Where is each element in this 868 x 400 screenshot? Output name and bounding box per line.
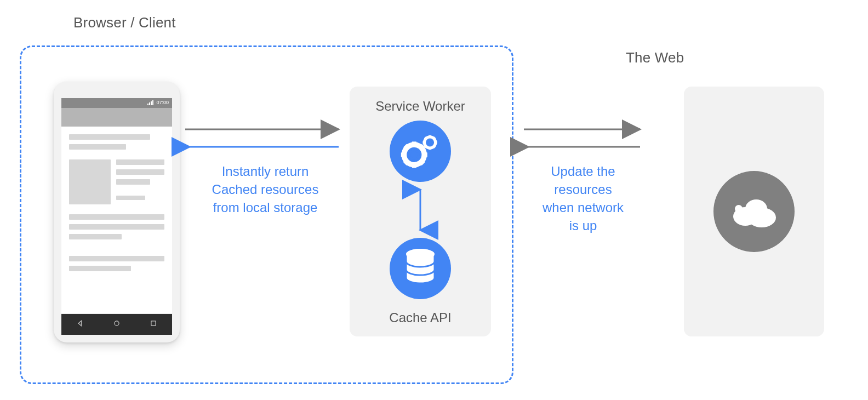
annotation-cached-line3: from local storage bbox=[205, 198, 326, 216]
service-worker-card: Service Worker bbox=[350, 87, 491, 336]
title-browser-client: Browser / Client bbox=[73, 14, 176, 31]
annotation-update-line4: is up bbox=[539, 216, 627, 235]
web-card bbox=[684, 87, 824, 336]
svg-line-23 bbox=[433, 138, 435, 139]
svg-point-27 bbox=[406, 249, 435, 260]
svg-line-12 bbox=[405, 161, 408, 164]
nav-recent-icon bbox=[150, 319, 157, 329]
title-the-web: The Web bbox=[626, 49, 684, 66]
annotation-update-network: Update the resources when network is up bbox=[539, 162, 627, 235]
svg-line-22 bbox=[425, 146, 426, 148]
service-worker-label: Service Worker bbox=[350, 87, 491, 114]
annotation-cached-resources: Instantly return Cached resources from l… bbox=[205, 162, 326, 216]
annotation-update-line1: Update the bbox=[539, 162, 627, 180]
diagram-stage: Browser / Client The Web 07:00 bbox=[0, 0, 868, 400]
cache-api-label: Cache API bbox=[350, 310, 491, 325]
phone-nav-bar bbox=[61, 314, 172, 335]
phone-status-bar: 07:00 bbox=[61, 98, 172, 108]
nav-home-icon bbox=[113, 319, 121, 329]
phone-mockup: 07:00 bbox=[54, 82, 180, 342]
arrow-sw-to-web bbox=[524, 119, 644, 158]
svg-rect-1 bbox=[151, 321, 156, 325]
gears-icon bbox=[390, 121, 451, 182]
phone-content-skeleton bbox=[61, 127, 172, 279]
svg-point-32 bbox=[745, 199, 767, 218]
svg-point-24 bbox=[428, 140, 432, 144]
svg-point-0 bbox=[115, 321, 119, 325]
annotation-cached-line2: Cached resources bbox=[205, 180, 326, 198]
svg-line-20 bbox=[425, 138, 426, 139]
phone-screen: 07:00 bbox=[61, 98, 172, 313]
svg-line-10 bbox=[405, 146, 408, 148]
svg-line-21 bbox=[433, 146, 435, 148]
nav-back-icon bbox=[76, 319, 84, 329]
svg-point-14 bbox=[410, 151, 418, 158]
phone-clock: 07:00 bbox=[156, 100, 169, 105]
annotation-update-line2: resources bbox=[539, 180, 627, 198]
svg-line-11 bbox=[421, 161, 424, 164]
database-icon bbox=[390, 238, 451, 299]
cloud-icon bbox=[713, 171, 795, 252]
arrow-phone-to-sw bbox=[185, 119, 343, 158]
signal-icon bbox=[147, 100, 153, 105]
annotation-update-line3: when network bbox=[539, 198, 627, 216]
arrow-sw-to-cache bbox=[412, 186, 429, 233]
annotation-cached-line1: Instantly return bbox=[205, 162, 326, 180]
phone-app-bar bbox=[61, 108, 172, 127]
svg-line-13 bbox=[421, 146, 424, 148]
svg-point-33 bbox=[735, 205, 743, 213]
